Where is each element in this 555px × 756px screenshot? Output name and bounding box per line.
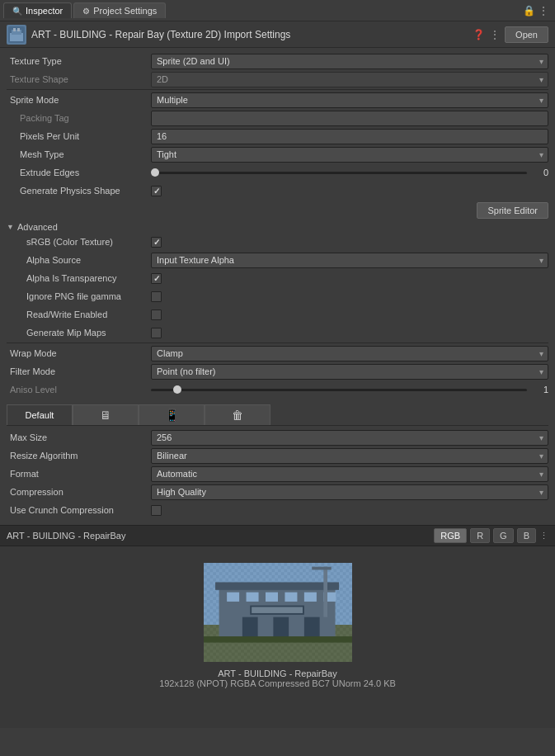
texture-type-control: Sprite (2D and UI) xyxy=(151,54,548,69)
advanced-section-label: Advanced xyxy=(17,222,58,232)
texture-shape-row: Texture Shape 2D xyxy=(7,71,548,87)
texture-shape-dropdown-wrapper: 2D xyxy=(151,72,548,87)
read-write-checkbox[interactable] xyxy=(151,309,162,320)
alpha-transparency-checkbox[interactable] xyxy=(151,273,162,284)
open-button[interactable]: Open xyxy=(505,26,548,43)
sprite-editor-row: Sprite Editor xyxy=(7,202,548,219)
aniso-slider-value: 1 xyxy=(532,385,548,395)
packing-tag-control xyxy=(151,111,548,126)
tab-inspector[interactable]: 🔍 Inspector xyxy=(3,2,72,18)
aniso-level-label: Aniso Level xyxy=(7,385,151,395)
page-title: ART - BUILDING - Repair Bay (Texture 2D)… xyxy=(31,29,290,40)
platform-tab-default[interactable]: Default xyxy=(7,404,73,425)
ignore-png-checkbox[interactable] xyxy=(151,291,162,302)
format-select[interactable]: Automatic xyxy=(151,466,548,482)
sprite-mode-dropdown-wrapper: Multiple xyxy=(151,92,548,108)
more-channels-icon[interactable]: ⋮ xyxy=(539,531,548,541)
pixels-per-unit-input[interactable] xyxy=(151,129,548,144)
advanced-section-header[interactable]: ▼ Advanced xyxy=(7,222,548,232)
pixels-per-unit-control xyxy=(151,129,548,144)
svg-rect-24 xyxy=(323,567,327,617)
wrap-mode-select[interactable]: Clamp xyxy=(151,346,548,361)
alpha-transparency-control xyxy=(151,273,548,284)
extrude-edges-label: Extrude Edges xyxy=(7,168,151,177)
texture-type-label: Texture Type xyxy=(7,56,151,66)
texture-type-row: Texture Type Sprite (2D and UI) xyxy=(7,53,548,69)
svg-rect-27 xyxy=(252,607,303,613)
sprite-mode-label: Sprite Mode xyxy=(7,95,151,105)
title-bar: ART - BUILDING - Repair Bay (Texture 2D)… xyxy=(0,21,555,48)
compression-row: Compression High Quality xyxy=(7,484,548,500)
channel-r-button[interactable]: R xyxy=(470,528,490,543)
alpha-source-select[interactable]: Input Texture Alpha xyxy=(151,253,548,268)
generate-physics-checkbox[interactable] xyxy=(151,186,162,196)
help-icon[interactable]: ❓ xyxy=(473,29,485,40)
pixels-per-unit-row: Pixels Per Unit xyxy=(7,128,548,144)
main-content: Texture Type Sprite (2D and UI) Texture … xyxy=(0,48,555,525)
pixels-per-unit-label: Pixels Per Unit xyxy=(7,131,151,141)
svg-rect-19 xyxy=(246,593,258,602)
lock-icon[interactable]: 🔒 xyxy=(523,5,535,17)
aniso-slider-wrapper: 1 xyxy=(151,385,548,395)
svg-rect-14 xyxy=(215,582,339,589)
extrude-slider-thumb[interactable] xyxy=(151,168,159,177)
advanced-triangle-icon: ▼ xyxy=(7,223,14,231)
filter-mode-select[interactable]: Point (no filter) xyxy=(151,364,548,380)
filter-mode-label: Filter Mode xyxy=(7,366,151,376)
more-icon[interactable]: ⋮ xyxy=(539,5,548,17)
packing-tag-input[interactable] xyxy=(151,111,548,126)
alpha-source-control: Input Texture Alpha xyxy=(151,253,548,268)
crunch-checkbox[interactable] xyxy=(151,505,162,516)
channel-rgb-button[interactable]: RGB xyxy=(434,528,467,543)
mesh-type-dropdown-wrapper: Tight xyxy=(151,147,548,163)
ignore-png-control xyxy=(151,291,548,302)
sprite-mode-select[interactable]: Multiple xyxy=(151,92,548,108)
preview-svg xyxy=(202,563,354,662)
wrap-mode-label: Wrap Mode xyxy=(7,348,151,358)
preview-image-container xyxy=(202,563,354,662)
aniso-slider[interactable] xyxy=(151,389,527,391)
sprite-editor-button[interactable]: Sprite Editor xyxy=(477,202,548,219)
channel-g-button[interactable]: G xyxy=(493,528,514,543)
texture-shape-select[interactable]: 2D xyxy=(151,72,548,87)
srgb-checkbox[interactable] xyxy=(151,237,162,248)
texture-type-select[interactable]: Sprite (2D and UI) xyxy=(151,54,548,69)
svg-rect-3 xyxy=(13,28,16,31)
bottom-bar-name: ART - BUILDING - RepairBay xyxy=(7,531,125,541)
channel-b-button[interactable]: B xyxy=(517,528,536,543)
mesh-type-select[interactable]: Tight xyxy=(151,147,548,163)
max-size-label: Max Size xyxy=(7,432,151,442)
svg-rect-25 xyxy=(312,567,331,570)
alpha-transparency-checkbox-wrapper xyxy=(151,273,162,284)
max-size-select[interactable]: 256 xyxy=(151,430,548,446)
extrude-slider[interactable] xyxy=(151,172,527,174)
texture-shape-label: Texture Shape xyxy=(7,74,151,84)
tab-project-settings[interactable]: ⚙ Project Settings xyxy=(73,2,166,18)
tab-inspector-label: Inspector xyxy=(26,6,63,16)
platform-tab-pc[interactable]: 🖥 xyxy=(73,404,139,425)
inspector-icon: 🔍 xyxy=(12,7,22,16)
platform-tabs: Default 🖥 📱 🗑 xyxy=(7,404,548,426)
generate-mip-checkbox[interactable] xyxy=(151,328,162,338)
max-size-control: 256 xyxy=(151,430,548,446)
generate-physics-label: Generate Physics Shape xyxy=(7,186,151,196)
max-size-row: Max Size 256 xyxy=(7,429,548,446)
resize-algorithm-row: Resize Algorithm Bilinear xyxy=(7,447,548,464)
more-options-icon[interactable]: ⋮ xyxy=(490,29,500,40)
compression-select[interactable]: High Quality xyxy=(151,484,548,500)
platform-default-label: Default xyxy=(26,410,54,420)
generate-mip-label: Generate Mip Maps xyxy=(7,328,151,338)
platform-tab-android[interactable]: 📱 xyxy=(139,404,205,425)
read-write-label: Read/Write Enabled xyxy=(7,309,151,319)
svg-rect-18 xyxy=(227,593,239,602)
generate-mip-control xyxy=(151,328,548,338)
settings-icon: ⚙ xyxy=(82,7,90,16)
aniso-slider-thumb[interactable] xyxy=(173,385,181,394)
platform-tab-other[interactable]: 🗑 xyxy=(205,404,270,425)
channel-buttons: RGB R G B ⋮ xyxy=(434,528,548,543)
crunch-checkbox-wrapper xyxy=(151,505,162,516)
max-size-dropdown-wrapper: 256 xyxy=(151,430,548,446)
alpha-transparency-row: Alpha Is Transparency xyxy=(7,270,548,286)
resize-algorithm-select[interactable]: Bilinear xyxy=(151,448,548,464)
pc-icon: 🖥 xyxy=(100,409,111,422)
